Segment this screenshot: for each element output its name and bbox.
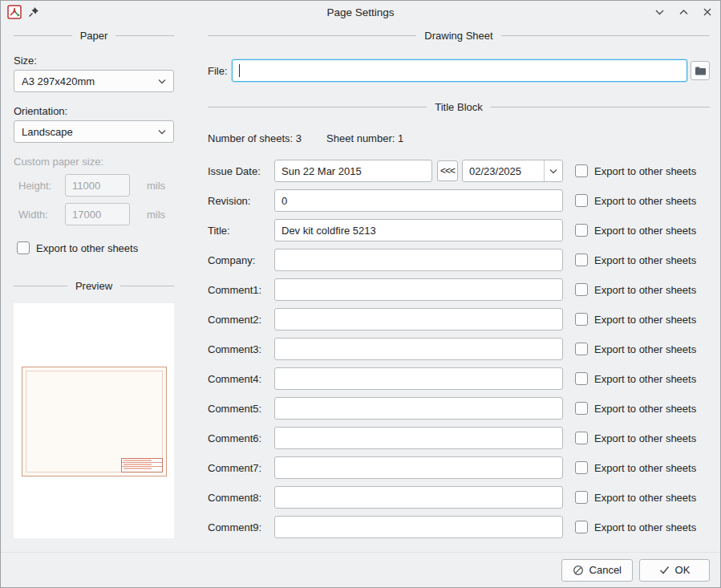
export-checkbox-comment7[interactable]: Export to other sheets: [575, 461, 710, 474]
export-checkbox-comment4[interactable]: Export to other sheets: [575, 372, 710, 385]
export-checkbox-comment5[interactable]: Export to other sheets: [575, 402, 710, 415]
comment7-label: Comment7:: [208, 462, 274, 474]
close-window-icon[interactable]: [701, 6, 714, 18]
title-label: Title:: [208, 225, 274, 237]
checkbox-icon[interactable]: [575, 372, 588, 385]
browse-file-button[interactable]: [691, 61, 710, 80]
revision-input[interactable]: [274, 189, 563, 212]
file-input[interactable]: [232, 59, 687, 82]
orientation-label: Orientation:: [14, 105, 174, 117]
shade-window-icon[interactable]: [653, 6, 666, 18]
chevron-down-icon: [158, 129, 166, 135]
ok-button[interactable]: OK: [639, 559, 710, 582]
checkbox-icon[interactable]: [575, 491, 588, 504]
cancel-circle-icon: [573, 565, 584, 576]
comment6-input[interactable]: [274, 427, 563, 449]
pin-icon[interactable]: [28, 6, 39, 18]
checkbox-icon[interactable]: [575, 283, 588, 296]
checkbox-icon[interactable]: [17, 241, 30, 254]
checkbox-icon[interactable]: [575, 432, 588, 444]
height-unit-label: mils: [147, 180, 165, 192]
comment2-row: Comment2: Export to other sheets: [208, 308, 710, 330]
export-checkbox-label: Export to other sheets: [594, 403, 696, 415]
comment5-input[interactable]: [274, 397, 563, 420]
export-checkbox-comment6[interactable]: Export to other sheets: [575, 432, 710, 444]
issue-date-label: Issue Date:: [208, 165, 274, 177]
company-input[interactable]: [274, 249, 563, 271]
comment9-input[interactable]: [274, 516, 563, 538]
export-checkbox-comment8[interactable]: Export to other sheets: [575, 491, 710, 504]
export-checkbox-comment2[interactable]: Export to other sheets: [575, 313, 710, 326]
comment6-label: Comment6:: [208, 432, 274, 444]
issue-date-input[interactable]: [274, 160, 432, 182]
checkbox-icon[interactable]: [575, 164, 588, 177]
export-checkbox-label: Export to other sheets: [594, 225, 696, 237]
export-checkbox-label: Export to other sheets: [594, 373, 696, 385]
preview-section-title: Preview: [75, 280, 112, 292]
copy-date-button[interactable]: <<<: [437, 160, 458, 181]
checkbox-icon[interactable]: [575, 194, 588, 207]
checkbox-icon[interactable]: [575, 224, 588, 237]
checkbox-icon[interactable]: [575, 253, 588, 266]
comment3-label: Comment3:: [208, 343, 274, 355]
comment2-input[interactable]: [274, 308, 563, 330]
ok-button-label: OK: [675, 564, 691, 576]
export-checkbox-title[interactable]: Export to other sheets: [575, 224, 710, 237]
comment4-input[interactable]: [274, 367, 563, 390]
comment1-label: Comment1:: [208, 284, 274, 296]
issue-date-row: Issue Date: <<< 02/23/2025 Export to oth…: [208, 160, 710, 182]
checkbox-icon[interactable]: [575, 402, 588, 415]
checkbox-icon[interactable]: [575, 461, 588, 474]
export-checkbox-label: Export to other sheets: [594, 343, 696, 355]
comment1-input[interactable]: [274, 278, 563, 301]
title-block-section-title: Title Block: [435, 101, 482, 113]
comment4-label: Comment4:: [208, 373, 274, 385]
width-input[interactable]: [65, 203, 130, 225]
comment8-label: Comment8:: [208, 492, 274, 504]
paper-size-select[interactable]: A3 297x420mm: [14, 70, 174, 92]
comment7-input[interactable]: [274, 456, 563, 479]
chevron-down-icon: [158, 79, 166, 84]
page-preview: [14, 303, 174, 538]
comment3-input[interactable]: [274, 338, 563, 360]
export-checkbox-issue-date[interactable]: Export to other sheets: [575, 164, 710, 177]
export-checkbox-comment3[interactable]: Export to other sheets: [575, 343, 710, 355]
checkbox-icon[interactable]: [575, 313, 588, 326]
checkbox-icon[interactable]: [575, 343, 588, 355]
company-label: Company:: [208, 254, 274, 266]
chevron-down-icon[interactable]: [544, 160, 562, 181]
export-checkbox-comment1[interactable]: Export to other sheets: [575, 283, 710, 296]
comment8-input[interactable]: [274, 486, 563, 509]
window-title: Page Settings: [1, 6, 720, 18]
paper-export-checkbox[interactable]: Export to other sheets: [14, 241, 174, 254]
export-checkbox-comment9[interactable]: Export to other sheets: [575, 521, 710, 533]
checkbox-icon[interactable]: [575, 521, 588, 533]
export-checkbox-label: Export to other sheets: [594, 254, 696, 266]
title-row: Title: Export to other sheets: [208, 219, 710, 241]
height-input[interactable]: [65, 174, 130, 197]
drawing-sheet-section-header: Drawing Sheet: [208, 30, 710, 42]
custom-height-row: Height: mils: [14, 174, 174, 197]
comment7-row: Comment7: Export to other sheets: [208, 456, 710, 479]
company-row: Company: Export to other sheets: [208, 249, 710, 271]
date-picker[interactable]: 02/23/2025: [462, 160, 563, 182]
title-input[interactable]: [274, 219, 563, 241]
file-row: File:: [208, 59, 710, 82]
custom-paper-size-label: Custom paper size:: [14, 156, 174, 168]
comment9-label: Comment9:: [208, 521, 274, 533]
maximize-window-icon[interactable]: [677, 6, 690, 18]
number-of-sheets-text: Number of sheets: 3: [208, 132, 302, 144]
export-checkbox-label: Export to other sheets: [594, 284, 696, 296]
export-checkbox-label: Export to other sheets: [594, 314, 696, 326]
cancel-button[interactable]: Cancel: [561, 559, 633, 582]
drawing-sheet-panel: Drawing Sheet File: Title Block Number o…: [199, 23, 710, 538]
export-checkbox-company[interactable]: Export to other sheets: [575, 253, 710, 266]
comment1-row: Comment1: Export to other sheets: [208, 278, 710, 301]
export-checkbox-revision[interactable]: Export to other sheets: [575, 194, 710, 207]
preview-frame: [26, 371, 163, 472]
preview-section-header: Preview: [14, 280, 174, 292]
preview-sheet: [22, 367, 167, 476]
text-caret: [239, 64, 240, 77]
paper-panel: Paper Size: A3 297x420mm Orientation: La…: [14, 23, 174, 538]
orientation-select[interactable]: Landscape: [14, 120, 174, 143]
